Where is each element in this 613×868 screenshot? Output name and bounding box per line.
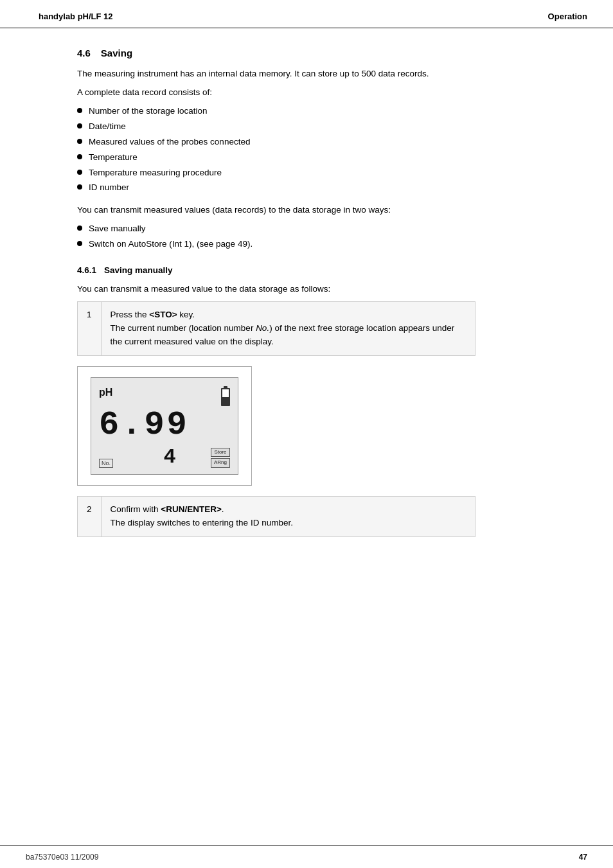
step-2-table: 2 Confirm with <RUN/ENTER>. The display … bbox=[77, 496, 475, 537]
ways-list: Save manually Switch on AutoStore (Int 1… bbox=[77, 222, 574, 251]
step-1-text-before: Press the bbox=[111, 310, 150, 319]
intro-text-1: The measuring instrument has an internal… bbox=[77, 67, 514, 81]
list-item-label: Number of the storage location bbox=[89, 105, 208, 118]
step-2-content: Confirm with <RUN/ENTER>. The display sw… bbox=[101, 496, 475, 536]
page-header: handylab pH/LF 12 Operation bbox=[0, 0, 613, 28]
bullet-dot bbox=[77, 108, 82, 113]
transmit-text: You can transmit measured values (data r… bbox=[77, 204, 514, 217]
list-item: Switch on AutoStore (Int 1), (see page 4… bbox=[77, 238, 574, 251]
lcd-ph-label: pH bbox=[99, 387, 112, 398]
list-item: Measured values of the probes connected bbox=[77, 136, 574, 149]
list-item: Temperature bbox=[77, 151, 574, 164]
list-item-label: Save manually bbox=[89, 222, 146, 236]
step-2-key: <RUN/ENTER> bbox=[161, 504, 222, 514]
page-wrapper: handylab pH/LF 12 Operation 4.6 Saving T… bbox=[0, 0, 613, 868]
data-record-list: Number of the storage location Date/time… bbox=[77, 105, 574, 195]
page-content: 4.6 Saving The measuring instrument has … bbox=[0, 28, 613, 868]
section-heading-4-6: 4.6 Saving bbox=[77, 48, 574, 58]
header-product-name: handylab pH/LF 12 bbox=[39, 12, 113, 21]
list-item-label: Temperature measuring procedure bbox=[89, 166, 222, 180]
bullet-dot bbox=[77, 184, 82, 190]
step-2-description: The display switches to entering the ID … bbox=[111, 518, 293, 527]
page-footer: ba75370e03 11/2009 47 bbox=[0, 846, 613, 868]
list-item-label: Measured values of the probes connected bbox=[89, 136, 250, 149]
subsection-number: 4.6.1 bbox=[77, 265, 96, 275]
step-1-description: The current number (location number No.)… bbox=[111, 323, 455, 346]
bullet-dot bbox=[77, 226, 82, 231]
lcd-no-box: No. bbox=[99, 459, 113, 468]
step-2-text-before: Confirm with bbox=[111, 504, 161, 514]
list-item-label: Date/time bbox=[89, 120, 126, 134]
list-item: Number of the storage location bbox=[77, 105, 574, 118]
lcd-bottom-row: No. 4 Store ARng bbox=[99, 447, 230, 468]
lcd-main-value: 6.99 bbox=[99, 409, 230, 442]
lcd-right-buttons: Store ARng bbox=[211, 448, 230, 468]
list-item: Date/time bbox=[77, 120, 574, 134]
step-1-key: <STO> bbox=[149, 310, 177, 319]
list-item: Save manually bbox=[77, 222, 574, 236]
lcd-arng-button: ARng bbox=[211, 458, 230, 467]
header-section-name: Operation bbox=[548, 12, 587, 21]
subsection-intro: You can transmit a measured value to the… bbox=[77, 283, 514, 296]
list-item-label: ID number bbox=[89, 181, 129, 195]
bullet-dot bbox=[77, 154, 82, 159]
footer-page-number: 47 bbox=[579, 853, 587, 862]
lcd-main-value-text: 6.99 bbox=[99, 406, 190, 444]
bullet-dot bbox=[77, 241, 82, 246]
step-1-table: 1 Press the <STO> key. The current numbe… bbox=[77, 301, 475, 356]
intro-text-2: A complete data record consists of: bbox=[77, 86, 514, 100]
list-item: ID number bbox=[77, 181, 574, 195]
bullet-dot bbox=[77, 139, 82, 144]
step-2-number: 2 bbox=[78, 496, 102, 536]
bullet-dot bbox=[77, 123, 82, 128]
section-title: Saving bbox=[101, 48, 132, 58]
subsection-heading-4-6-1: 4.6.1 Saving manually bbox=[77, 265, 574, 275]
bullet-dot bbox=[77, 170, 82, 175]
step-1-text-after: key. bbox=[177, 310, 195, 319]
footer-document-info: ba75370e03 11/2009 bbox=[26, 853, 98, 862]
step-2-text-after: . bbox=[222, 504, 224, 514]
subsection-title: Saving manually bbox=[104, 265, 173, 275]
battery-fill bbox=[222, 397, 229, 405]
battery-body bbox=[221, 388, 230, 406]
list-item-label: Temperature bbox=[89, 151, 138, 164]
lcd-store-button: Store bbox=[211, 448, 229, 457]
list-item-label: Switch on AutoStore (Int 1), (see page 4… bbox=[89, 238, 253, 251]
display-image-container: pH 6.99 No. 4 Store ARng bbox=[77, 366, 252, 486]
lcd-small-number: 4 bbox=[163, 447, 175, 468]
step-1-number: 1 bbox=[78, 302, 102, 356]
step-1-content: Press the <STO> key. The current number … bbox=[101, 302, 475, 356]
section-number: 4.6 bbox=[77, 48, 91, 58]
battery-icon bbox=[221, 388, 230, 406]
lcd-display: pH 6.99 No. 4 Store ARng bbox=[91, 377, 238, 475]
list-item: Temperature measuring procedure bbox=[77, 166, 574, 180]
lcd-top-row: pH bbox=[99, 387, 230, 406]
